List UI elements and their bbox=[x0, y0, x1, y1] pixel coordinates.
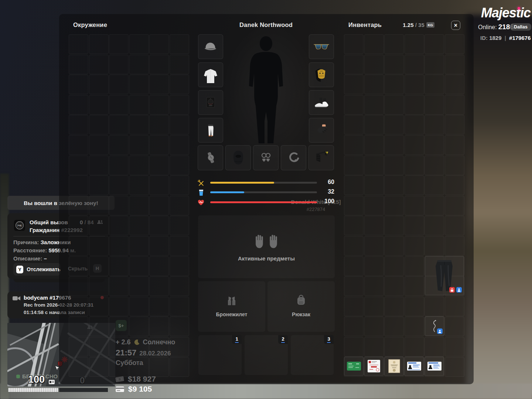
grid-cell[interactable] bbox=[129, 317, 149, 336]
grid-cell[interactable] bbox=[405, 55, 424, 74]
equip-slot-bracelet[interactable] bbox=[281, 145, 306, 170]
grid-cell[interactable] bbox=[69, 216, 88, 235]
grid-cell[interactable] bbox=[69, 317, 88, 336]
grid-cell[interactable] bbox=[344, 135, 364, 155]
grid-cell[interactable] bbox=[445, 156, 464, 175]
grid-cell[interactable] bbox=[89, 337, 109, 357]
grid-cell[interactable] bbox=[129, 95, 149, 115]
grid-cell[interactable] bbox=[445, 357, 464, 377]
equip-slot-pants[interactable] bbox=[198, 118, 223, 143]
grid-cell[interactable] bbox=[129, 276, 149, 296]
grid-cell[interactable] bbox=[445, 337, 464, 357]
grid-cell[interactable] bbox=[109, 175, 129, 195]
grid-cell[interactable] bbox=[89, 216, 109, 235]
grid-cell[interactable] bbox=[149, 256, 169, 276]
grid-cell[interactable] bbox=[344, 75, 364, 94]
grid-cell[interactable] bbox=[109, 357, 129, 377]
grid-cell[interactable] bbox=[170, 34, 189, 54]
grid-cell[interactable] bbox=[129, 156, 149, 175]
equip-slot-gloves[interactable] bbox=[309, 118, 334, 143]
equip-slot-hat[interactable] bbox=[198, 34, 223, 59]
equip-slot-earrings[interactable] bbox=[253, 145, 279, 170]
grid-cell[interactable] bbox=[69, 297, 88, 316]
grid-cell[interactable] bbox=[405, 156, 424, 175]
grid-cell[interactable] bbox=[344, 317, 364, 336]
grid-cell[interactable] bbox=[129, 55, 149, 74]
grid-cell[interactable] bbox=[69, 196, 88, 215]
equip-slot-mask[interactable] bbox=[225, 145, 251, 170]
grid-cell[interactable] bbox=[384, 297, 404, 316]
grid-cell[interactable] bbox=[149, 297, 169, 316]
quick-slot-3[interactable]: 3 bbox=[291, 335, 334, 375]
grid-cell[interactable] bbox=[424, 297, 444, 316]
grid-cell[interactable] bbox=[170, 55, 189, 74]
grid-cell[interactable] bbox=[89, 156, 109, 175]
grid-cell[interactable] bbox=[109, 276, 129, 296]
grid-cell[interactable] bbox=[149, 156, 169, 175]
grid-cell[interactable] bbox=[109, 95, 129, 115]
grid-cell[interactable] bbox=[89, 317, 109, 336]
grid-cell[interactable] bbox=[344, 175, 364, 195]
grid-cell[interactable] bbox=[89, 256, 109, 276]
grid-cell[interactable] bbox=[364, 175, 384, 195]
grid-cell[interactable] bbox=[109, 297, 129, 316]
grid-cell[interactable] bbox=[149, 34, 169, 54]
grid-cell[interactable] bbox=[69, 115, 88, 134]
grid-cell[interactable] bbox=[109, 34, 129, 54]
grid-cell[interactable] bbox=[445, 34, 464, 54]
grid-cell[interactable] bbox=[445, 175, 464, 195]
grid-cell[interactable] bbox=[384, 276, 404, 296]
grid-cell[interactable] bbox=[109, 75, 129, 94]
grid-cell[interactable] bbox=[384, 55, 404, 74]
grid-cell[interactable] bbox=[424, 135, 444, 155]
grid-cell[interactable] bbox=[384, 175, 404, 195]
grid-cell[interactable] bbox=[384, 216, 404, 235]
grid-cell[interactable] bbox=[170, 115, 189, 134]
grid-cell[interactable] bbox=[424, 236, 444, 256]
grid-cell[interactable] bbox=[69, 34, 88, 54]
grid-cell[interactable] bbox=[344, 297, 364, 316]
grid-cell[interactable] bbox=[405, 196, 424, 215]
grid-cell[interactable] bbox=[89, 55, 109, 74]
grid-cell[interactable] bbox=[170, 196, 189, 215]
grid-cell[interactable] bbox=[364, 196, 384, 215]
grid-cell[interactable] bbox=[109, 317, 129, 336]
grid-cell[interactable] bbox=[384, 75, 404, 94]
grid-cell[interactable] bbox=[170, 256, 189, 276]
grid-cell[interactable] bbox=[344, 196, 364, 215]
grid-cell[interactable] bbox=[170, 337, 189, 357]
grid-cell[interactable] bbox=[405, 256, 424, 276]
grid-cell[interactable] bbox=[364, 34, 384, 54]
grid-cell[interactable] bbox=[344, 95, 364, 115]
grid-cell[interactable] bbox=[69, 256, 88, 276]
grid-cell[interactable] bbox=[344, 156, 364, 175]
quick-slot-2[interactable]: 2 bbox=[245, 335, 288, 375]
grid-cell[interactable] bbox=[69, 156, 88, 175]
grid-cell[interactable] bbox=[149, 75, 169, 94]
grid-cell[interactable] bbox=[69, 236, 88, 256]
grid-cell[interactable] bbox=[69, 95, 88, 115]
grid-cell[interactable] bbox=[89, 357, 109, 377]
grid-cell[interactable] bbox=[89, 175, 109, 195]
grid-cell[interactable] bbox=[129, 216, 149, 235]
grid-cell[interactable] bbox=[344, 337, 364, 357]
grid-cell[interactable] bbox=[384, 196, 404, 215]
grid-cell[interactable] bbox=[405, 34, 424, 54]
grid-cell[interactable] bbox=[445, 55, 464, 74]
grid-cell[interactable] bbox=[109, 156, 129, 175]
grid-cell[interactable] bbox=[129, 236, 149, 256]
equip-slot-glasses[interactable] bbox=[309, 34, 334, 59]
grid-cell[interactable] bbox=[109, 216, 129, 235]
item-green-card[interactable] bbox=[344, 357, 364, 376]
close-button[interactable]: × bbox=[451, 21, 460, 30]
equip-slot-bodycam[interactable] bbox=[198, 90, 223, 115]
grid-cell[interactable] bbox=[89, 276, 109, 296]
equip-slot-shoes[interactable] bbox=[309, 90, 334, 115]
grid-cell[interactable] bbox=[405, 75, 424, 94]
grid-cell[interactable] bbox=[344, 276, 364, 296]
grid-cell[interactable] bbox=[170, 135, 189, 155]
grid-cell[interactable] bbox=[364, 55, 384, 74]
grid-cell[interactable] bbox=[89, 115, 109, 134]
equip-slot-shirt[interactable] bbox=[198, 62, 223, 87]
grid-cell[interactable] bbox=[129, 297, 149, 316]
